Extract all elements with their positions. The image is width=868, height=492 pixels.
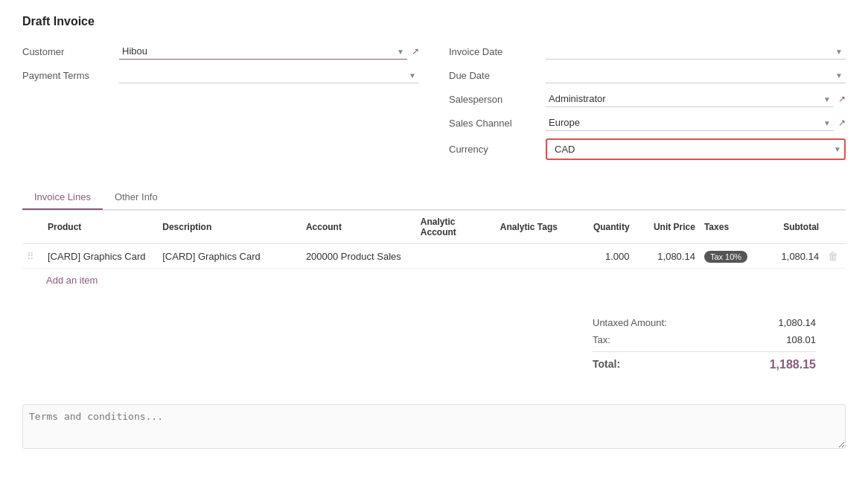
tax-label: Tax: [593,334,610,345]
tax-value: 108.01 [786,334,816,345]
terms-textarea[interactable] [22,404,846,449]
totals-section: Untaxed Amount: 1,080.14 Tax: 108.01 Tot… [22,314,846,374]
invoice-date-row: Invoice Date ▼ [449,43,846,60]
col-header-account: Account [301,211,416,244]
sales-channel-row: Sales Channel ▼ ↗ [449,115,846,131]
delete-row-icon[interactable]: 🗑 [828,250,838,262]
col-header-description: Description [158,211,301,244]
tax-row: Tax: 108.01 [593,331,816,348]
due-date-input-wrapper: ▼ [546,67,846,83]
terms-section [22,404,846,459]
untaxed-amount-row: Untaxed Amount: 1,080.14 [593,314,816,331]
untaxed-amount-label: Untaxed Amount: [593,317,667,328]
invoice-date-input[interactable] [546,43,846,60]
table-header-row: Product Description Account Analytic Acc… [22,211,846,244]
col-header-subtotal: Subtotal [758,211,823,244]
untaxed-amount-value: 1,080.14 [778,317,816,328]
payment-terms-label: Payment Terms [22,70,119,81]
total-label: Total: [593,358,620,371]
row-taxes[interactable]: Tax 10% [700,244,758,269]
sales-channel-label: Sales Channel [449,118,546,129]
totals-table: Untaxed Amount: 1,080.14 Tax: 108.01 Tot… [593,314,816,374]
row-quantity[interactable]: 1.000 [575,244,634,269]
invoice-date-input-wrapper: ▼ [546,43,846,60]
currency-label: Currency [449,144,546,155]
total-value: 1,188.15 [770,358,816,371]
currency-input-wrapper: CAD USD EUR ▼ [546,138,846,160]
invoice-date-label: Invoice Date [449,46,546,57]
add-item-link[interactable]: Add an item [42,269,102,292]
sales-channel-input-wrapper: ▼ [546,115,834,131]
salesperson-external-link[interactable]: ↗ [838,94,846,104]
salesperson-input[interactable] [546,91,834,107]
product-cell: [CARD] Graphics Card [48,251,153,262]
tabs-container: Invoice Lines Other Info [22,185,846,210]
customer-input[interactable] [119,43,407,60]
customer-input-wrapper: ▼ [119,43,407,60]
row-delete[interactable]: 🗑 [823,244,846,269]
col-header-analytic-account: Analytic Account [416,211,496,244]
row-analytic-tags[interactable] [496,244,575,269]
currency-row: Currency CAD USD EUR ▼ [449,138,846,160]
due-date-row: Due Date ▼ [449,67,846,83]
col-header-quantity: Quantity [575,211,634,244]
col-header-analytic-tags: Analytic Tags [496,211,575,244]
customer-row: Customer ▼ ↗ [22,43,419,60]
form-left: Customer ▼ ↗ Payment Terms ▼ [22,43,419,167]
sales-channel-external-link[interactable]: ↗ [838,118,846,128]
payment-terms-input-wrapper: ▼ [119,67,419,83]
total-row: Total: 1,188.15 [593,351,816,374]
col-header-product: Product [43,211,158,244]
row-account[interactable]: 200000 Product Sales [301,244,416,269]
payment-terms-input[interactable] [119,67,419,83]
col-header-taxes: Taxes [700,211,758,244]
salesperson-input-wrapper: ▼ [546,91,834,107]
tax-badge: Tax 10% [704,251,747,263]
currency-select[interactable]: CAD USD EUR [552,141,840,157]
row-product: [CARD] Graphics Card [43,244,158,269]
row-subtotal: 1,080.14 [758,244,823,269]
salesperson-label: Salesperson [449,94,546,105]
col-header-action [823,211,846,244]
form-section: Customer ▼ ↗ Payment Terms ▼ Invoice Dat… [22,43,846,167]
payment-terms-row: Payment Terms ▼ [22,67,419,83]
customer-label: Customer [22,46,119,57]
tab-other-info[interactable]: Other Info [103,185,170,210]
tab-invoice-lines[interactable]: Invoice Lines [22,185,103,210]
table-row: ⠿ [CARD] Graphics Card [CARD] Graphics C… [22,244,846,269]
add-item-container: Add an item [22,269,846,292]
col-header-unit-price: Unit Price [634,211,700,244]
form-right: Invoice Date ▼ Due Date ▼ Salesperson ▼ [449,43,846,167]
product-value[interactable]: [CARD] Graphics Card [48,251,145,262]
drag-handle-icon: ⠿ [27,251,34,262]
due-date-label: Due Date [449,70,546,81]
sales-channel-input[interactable] [546,115,834,131]
row-unit-price[interactable]: 1,080.14 [634,244,700,269]
row-drag-handle[interactable]: ⠿ [22,244,43,269]
col-drag [22,211,43,244]
invoice-table: Product Description Account Analytic Acc… [22,210,846,269]
row-analytic-account[interactable] [416,244,496,269]
customer-external-link[interactable]: ↗ [412,46,419,57]
row-description[interactable]: [CARD] Graphics Card [158,244,301,269]
tabs-list: Invoice Lines Other Info [22,185,846,209]
salesperson-row: Salesperson ▼ ↗ [449,91,846,107]
due-date-input[interactable] [546,67,846,83]
page-title: Draft Invoice [22,15,846,28]
